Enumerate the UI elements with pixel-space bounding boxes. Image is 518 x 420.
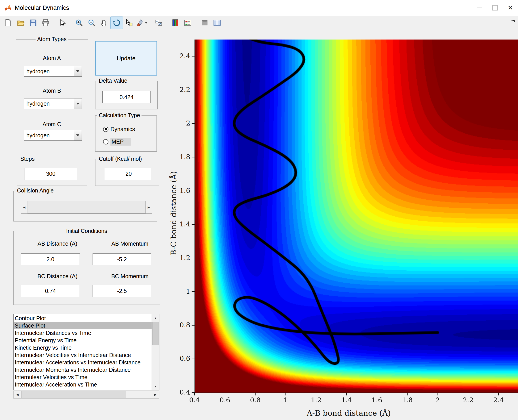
vertical-scroll-thumb[interactable]	[152, 322, 159, 345]
dropdown-button[interactable]	[74, 130, 82, 141]
delta-value-group: Delta Value	[95, 81, 158, 109]
y-tick-label: 1.4	[169, 220, 190, 228]
list-item[interactable]: Kinetic Energy vs Time	[14, 344, 152, 352]
update-button[interactable]: Update	[95, 41, 157, 75]
brush-data-button[interactable]	[135, 16, 148, 29]
initial-conditions-title: Initial Conditions	[65, 228, 109, 234]
chevron-down-icon	[76, 70, 79, 72]
horizontal-scroll-thumb[interactable]	[21, 391, 126, 398]
scroll-left-icon[interactable]: ◀	[14, 391, 21, 398]
y-tick	[192, 224, 194, 225]
radio-label: MEP	[110, 138, 131, 146]
maximize-button[interactable]	[487, 0, 503, 16]
open-file-button[interactable]	[14, 16, 27, 29]
atom-c-select[interactable]: hydrogen	[24, 130, 82, 141]
x-tick	[346, 392, 347, 395]
insert-legend-button[interactable]	[182, 16, 194, 29]
matlab-logo-icon	[4, 4, 12, 12]
x-tick	[225, 392, 225, 395]
atom-types-title: Atom Types	[36, 36, 68, 42]
zoom-out-button[interactable]	[85, 16, 98, 29]
radio-mep[interactable]: MEP	[103, 138, 131, 146]
plot-area	[194, 39, 518, 393]
scroll-down-icon[interactable]: ▼	[152, 382, 159, 390]
scroll-up-icon[interactable]: ▲	[152, 314, 159, 322]
ab-distance-label: AB Distance (A)	[38, 240, 77, 247]
listbox-vertical-scrollbar[interactable]: ▲ ▼	[152, 314, 159, 390]
dropdown-button[interactable]	[74, 66, 82, 76]
bc-distance-field[interactable]	[21, 285, 80, 297]
collision-angle-slider[interactable]: ◀ ▶	[21, 201, 152, 214]
y-tick-label: 0.4	[169, 388, 190, 396]
rotate-3d-button[interactable]	[110, 16, 123, 29]
bc-momentum-field[interactable]	[93, 285, 151, 297]
atom-b-select[interactable]: hydrogen	[24, 98, 82, 109]
scroll-right-icon[interactable]: ▶	[152, 391, 159, 398]
new-figure-button[interactable]	[2, 16, 14, 29]
y-tick-label: 0.6	[169, 355, 190, 362]
zoom-in-button[interactable]	[73, 16, 85, 29]
horizontal-scroll-track[interactable]	[126, 391, 152, 398]
list-item[interactable]: Internuclear Momenta vs Internuclear Dis…	[14, 366, 152, 374]
list-item[interactable]: Potential Energy vs Time	[14, 337, 152, 344]
calculation-type-title: Calculation Type	[97, 112, 141, 119]
slider-left-arrow[interactable]: ◀	[21, 201, 28, 213]
open-icon	[16, 19, 25, 27]
x-tick-label: 2.4	[488, 396, 509, 404]
edit-pointer-button[interactable]	[56, 16, 69, 29]
list-item[interactable]: Internuclear Velocities vs Internuclear …	[14, 352, 152, 359]
cutoff-field[interactable]	[104, 168, 151, 180]
x-tick	[255, 392, 255, 395]
save-figure-button[interactable]	[27, 16, 39, 29]
data-cursor-button[interactable]	[123, 16, 135, 29]
dropdown-button[interactable]	[74, 98, 82, 109]
list-item[interactable]: Internuclear Acceleration vs Time	[14, 381, 152, 388]
y-tick-label: 1.6	[169, 187, 190, 195]
toolbar-overflow-icon[interactable]	[510, 19, 516, 25]
ab-momentum-field[interactable]	[93, 254, 151, 265]
atom-a-label: Atom A	[43, 55, 61, 61]
y-tick	[192, 56, 194, 56]
show-plot-tools-button[interactable]	[211, 16, 223, 29]
insert-colorbar-button[interactable]	[169, 16, 182, 29]
tools_on-icon	[213, 19, 221, 27]
slider-thumb[interactable]	[28, 201, 146, 213]
list-item[interactable]: Internuclear Distances vs Time	[14, 329, 152, 337]
collision-angle-title: Collision Angle	[15, 187, 55, 194]
close-button[interactable]: ✕	[503, 0, 518, 16]
x-tick	[377, 392, 377, 395]
list-item[interactable]: Internuclear Momenta vs Time	[14, 388, 152, 390]
atom-b-label: Atom B	[43, 87, 61, 94]
hide-plot-tools-button[interactable]	[198, 16, 211, 29]
y-tick	[192, 325, 194, 326]
steps-title: Steps	[19, 156, 36, 162]
y-tick-label: 1.2	[169, 254, 190, 262]
delta-value-field[interactable]	[102, 91, 151, 103]
y-tick	[192, 258, 194, 258]
listbox-horizontal-scrollbar[interactable]: ◀ ▶	[13, 390, 159, 398]
atom-a-select[interactable]: hydrogen	[24, 66, 82, 77]
plot-type-listbox[interactable]: Contour PlotSurface PlotInternuclear Dis…	[13, 314, 159, 390]
x-tick-label: 2	[428, 396, 448, 404]
list-item[interactable]: Surface Plot	[14, 322, 152, 329]
steps-group: Steps	[17, 159, 87, 186]
x-tick-label: 1.6	[367, 396, 387, 404]
radio-dynamics[interactable]: Dynamics	[103, 126, 135, 132]
slider-right-arrow[interactable]: ▶	[146, 201, 152, 213]
pan-button[interactable]	[98, 16, 110, 29]
list-item[interactable]: Internuclear Accelerations vs Internucle…	[14, 359, 152, 366]
steps-field[interactable]	[25, 168, 77, 180]
list-item[interactable]: Internulear Velocities vs Time	[14, 374, 152, 381]
atom-a-value: hydrogen	[24, 68, 74, 75]
minimize-button[interactable]	[472, 0, 487, 16]
link-plot-button[interactable]	[152, 16, 165, 29]
ab-distance-field[interactable]	[21, 254, 80, 265]
y-axis-title: B-C bond distance (Å)	[169, 171, 178, 255]
chevron-down-icon[interactable]	[145, 22, 147, 24]
list-item[interactable]: Contour Plot	[14, 315, 152, 322]
print-figure-button[interactable]	[39, 16, 52, 29]
save-icon	[29, 19, 37, 27]
potential-surface-canvas[interactable]	[195, 39, 518, 392]
x-tick-label: 2.2	[458, 396, 478, 404]
y-tick-label: 1	[169, 287, 190, 295]
